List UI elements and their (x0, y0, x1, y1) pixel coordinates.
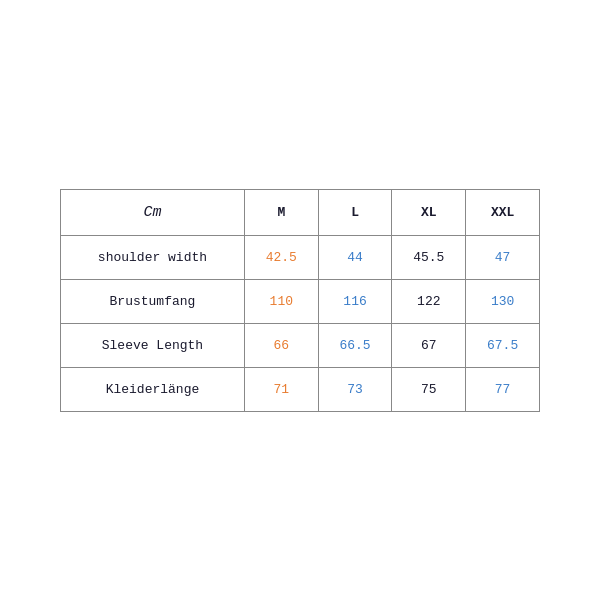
row-label-0: shoulder width (61, 235, 245, 279)
row-label-2: Sleeve Length (61, 323, 245, 367)
cell-r0-c1: 44 (318, 235, 392, 279)
cell-r2-c2: 67 (392, 323, 466, 367)
row-label-1: Brustumfang (61, 279, 245, 323)
cell-r1-c2: 122 (392, 279, 466, 323)
cell-r1-c1: 116 (318, 279, 392, 323)
header-xxl: XXL (466, 189, 540, 235)
table-row: Brustumfang110116122130 (61, 279, 540, 323)
header-cm: Cm (61, 189, 245, 235)
row-label-3: Kleiderlänge (61, 367, 245, 411)
cell-r1-c3: 130 (466, 279, 540, 323)
size-chart-container: Cm M L XL XXL shoulder width42.54445.547… (60, 189, 540, 412)
cell-r2-c0: 66 (244, 323, 318, 367)
cell-r3-c0: 71 (244, 367, 318, 411)
cell-r2-c1: 66.5 (318, 323, 392, 367)
cell-r2-c3: 67.5 (466, 323, 540, 367)
table-row: shoulder width42.54445.547 (61, 235, 540, 279)
cell-r0-c2: 45.5 (392, 235, 466, 279)
header-xl: XL (392, 189, 466, 235)
cell-r1-c0: 110 (244, 279, 318, 323)
cell-r3-c1: 73 (318, 367, 392, 411)
cell-r0-c3: 47 (466, 235, 540, 279)
table-row: Sleeve Length6666.56767.5 (61, 323, 540, 367)
cell-r0-c0: 42.5 (244, 235, 318, 279)
cell-r3-c2: 75 (392, 367, 466, 411)
table-header-row: Cm M L XL XXL (61, 189, 540, 235)
header-m: M (244, 189, 318, 235)
size-chart-table: Cm M L XL XXL shoulder width42.54445.547… (60, 189, 540, 412)
header-l: L (318, 189, 392, 235)
table-row: Kleiderlänge71737577 (61, 367, 540, 411)
cell-r3-c3: 77 (466, 367, 540, 411)
